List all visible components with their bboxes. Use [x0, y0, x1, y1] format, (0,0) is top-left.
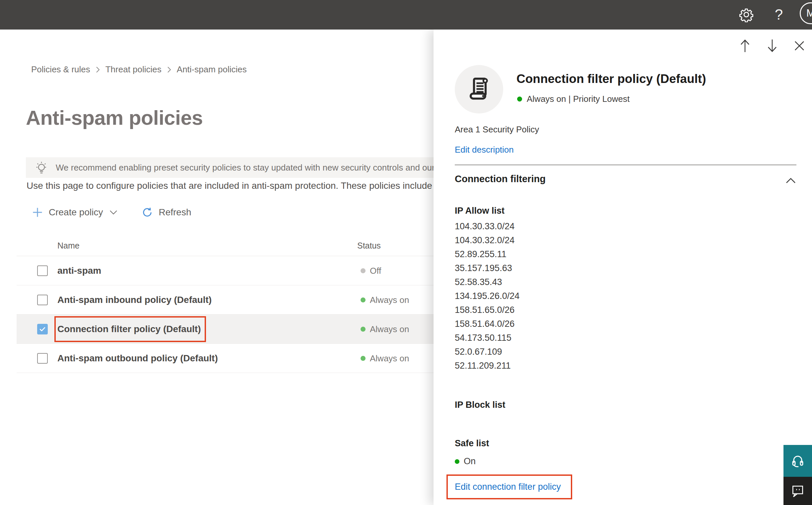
status-text: Always on — [370, 324, 409, 334]
policy-table-body: anti-spamOffAnti-spam inbound policy (De… — [17, 256, 434, 373]
policy-name[interactable]: Connection filter policy (Default) — [54, 316, 206, 342]
lightbulb-icon — [34, 160, 49, 175]
panel-status-text: Always on | Priority Lowest — [527, 94, 630, 104]
checkmark-icon — [39, 326, 46, 333]
feedback-button[interactable] — [784, 477, 812, 505]
ip-address: 52.11.209.211 — [455, 359, 520, 373]
status-text: Off — [370, 266, 381, 276]
row-status: Off — [361, 266, 381, 276]
row-checkbox[interactable] — [37, 324, 48, 334]
table-row[interactable]: Anti-spam outbound policy (Default)Alway… — [17, 344, 434, 373]
avatar[interactable]: M — [800, 2, 812, 24]
row-checkbox[interactable] — [37, 295, 48, 305]
table-row[interactable]: Connection filter policy (Default)Always… — [17, 315, 434, 344]
row-checkbox[interactable] — [37, 353, 48, 364]
ip-address: 35.157.195.63 — [455, 261, 520, 275]
row-status: Always on — [361, 295, 409, 305]
divider — [455, 165, 796, 165]
ip-allow-list-title: IP Allow list — [455, 206, 504, 216]
policy-details-panel: Connection filter policy (Default) Alway… — [433, 29, 812, 505]
breadcrumb: Policies & rulesThreat policiesAnti-spam… — [31, 64, 247, 75]
create-policy-label: Create policy — [49, 207, 103, 218]
arrow-up-icon[interactable] — [738, 38, 752, 53]
chevron-right-icon — [167, 66, 172, 74]
edit-connection-filter-policy-link[interactable]: Edit connection filter policy — [455, 482, 561, 492]
safe-list-status: On — [455, 456, 476, 467]
row-status: Always on — [361, 324, 409, 334]
create-policy-button[interactable]: Create policy — [31, 206, 118, 218]
policy-name[interactable]: Anti-spam outbound policy (Default) — [57, 353, 218, 364]
page-title: Anti-spam policies — [26, 106, 203, 129]
gear-icon[interactable] — [736, 5, 756, 25]
anti-spam-policies-page: ? M Policies & rulesThreat policiesAnti-… — [0, 0, 812, 505]
column-header-status[interactable]: Status — [357, 241, 381, 250]
table-header: Name Status — [17, 235, 434, 256]
ip-block-list-title: IP Block list — [455, 400, 505, 410]
refresh-icon — [141, 206, 153, 218]
status-dot-gray — [361, 268, 366, 273]
chevron-up-icon[interactable] — [785, 177, 796, 185]
status-dot-green — [361, 297, 366, 302]
edit-description-link[interactable]: Edit description — [455, 145, 514, 155]
status-text: Always on — [370, 295, 409, 305]
toolbar: Create policy Refresh — [31, 204, 191, 221]
ip-address: 52.58.35.43 — [455, 275, 520, 289]
breadcrumb-item[interactable]: Threat policies — [106, 64, 162, 75]
topbar: ? M — [0, 0, 812, 29]
banner-text: We recommend enabling preset security po… — [56, 163, 473, 173]
panel-status-line: Always on | Priority Lowest — [517, 94, 630, 104]
ip-address: 52.89.255.11 — [455, 247, 520, 261]
policy-icon-circle — [455, 65, 503, 114]
ip-address: 158.51.64.0/26 — [455, 317, 520, 331]
status-dot-green — [361, 327, 366, 331]
ip-address: 52.0.67.109 — [455, 345, 520, 359]
status-dot-green — [517, 97, 522, 102]
chevron-down-icon — [109, 209, 118, 216]
status-dot-green — [455, 459, 459, 464]
policy-table: Name Status anti-spamOffAnti-spam inboun… — [17, 235, 434, 373]
row-status: Always on — [361, 353, 409, 363]
refresh-button[interactable]: Refresh — [141, 206, 191, 218]
row-checkbox[interactable] — [37, 266, 48, 276]
ip-address: 104.30.32.0/24 — [455, 233, 520, 247]
headset-icon — [790, 452, 806, 470]
section-connection-filtering: Connection filtering — [455, 174, 546, 184]
ip-address: 54.173.50.115 — [455, 331, 520, 345]
panel-nav — [738, 38, 806, 53]
policy-description: Area 1 Security Policy — [455, 125, 539, 135]
ip-address: 104.30.33.0/24 — [455, 219, 520, 233]
arrow-down-icon[interactable] — [766, 38, 779, 53]
safe-list-status-text: On — [464, 456, 476, 467]
status-dot-green — [361, 356, 366, 361]
edit-connection-filter-highlight: Edit connection filter policy — [446, 475, 572, 499]
panel-title: Connection filter policy (Default) — [517, 72, 706, 86]
policy-name[interactable]: anti-spam — [57, 266, 101, 276]
column-header-name[interactable]: Name — [57, 241, 79, 250]
status-text: Always on — [370, 353, 409, 363]
help-icon[interactable]: ? — [769, 5, 789, 25]
ip-allow-list: 104.30.33.0/24104.30.32.0/2452.89.255.11… — [455, 219, 520, 373]
breadcrumb-item[interactable]: Anti-spam policies — [177, 64, 247, 75]
policy-name[interactable]: Anti-spam inbound policy (Default) — [57, 295, 212, 305]
ip-address: 158.51.65.0/26 — [455, 303, 520, 317]
support-button[interactable] — [784, 445, 812, 477]
safe-list-title: Safe list — [455, 438, 489, 449]
scroll-policy-icon — [466, 75, 492, 103]
chevron-right-icon — [95, 66, 100, 74]
plus-icon — [31, 206, 43, 218]
table-row[interactable]: anti-spamOff — [17, 256, 434, 285]
ip-address: 134.195.26.0/24 — [455, 289, 520, 303]
table-row[interactable]: Anti-spam inbound policy (Default)Always… — [17, 285, 434, 315]
chat-feedback-icon — [790, 483, 805, 499]
close-icon[interactable] — [793, 38, 806, 53]
refresh-label: Refresh — [159, 207, 191, 218]
breadcrumb-item[interactable]: Policies & rules — [31, 64, 90, 75]
